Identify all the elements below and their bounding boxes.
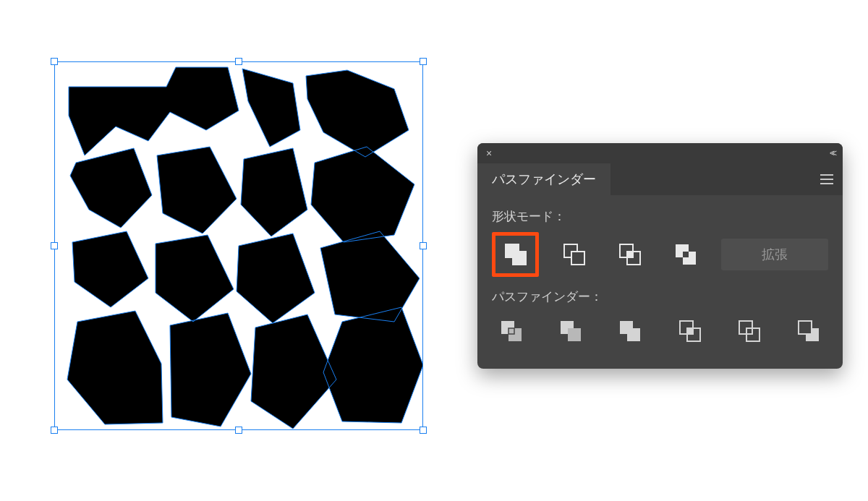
shape-mode-minus-front-button[interactable] <box>553 236 595 273</box>
minus-back-icon <box>798 320 820 342</box>
crop-icon <box>679 320 701 342</box>
selection-handle-top-left[interactable] <box>51 58 58 65</box>
selection-handle-middle-right[interactable] <box>420 242 427 249</box>
pathfinder-outline-button[interactable] <box>730 312 769 350</box>
panel-collapse-icon[interactable]: << <box>830 148 834 158</box>
artboard-selection[interactable] <box>54 61 423 430</box>
svg-rect-8 <box>509 328 522 341</box>
tab-pathfinder[interactable]: パスファインダー <box>477 163 610 195</box>
selection-handle-middle-left[interactable] <box>51 242 58 249</box>
svg-rect-6 <box>683 252 689 257</box>
svg-rect-3 <box>627 252 633 257</box>
pathfinder-label: パスファインダー： <box>492 288 828 305</box>
selection-handle-top-middle[interactable] <box>235 58 242 65</box>
outline-icon <box>739 320 760 342</box>
hamburger-icon <box>820 179 833 180</box>
panel-tabbar: パスファインダー <box>477 163 843 195</box>
shape-modes-label: 形状モード： <box>492 208 828 225</box>
selection-handle-top-right[interactable] <box>420 58 427 65</box>
pathfinder-crop-button[interactable] <box>671 312 710 350</box>
pathfinder-panel: × << パスファインダー 形状モード： <box>477 143 843 369</box>
trim-icon <box>560 320 582 342</box>
exclude-icon <box>675 244 697 265</box>
unite-icon <box>503 242 528 267</box>
svg-rect-16 <box>799 321 812 334</box>
panel-body: 形状モード： <box>477 195 843 369</box>
selection-handle-bottom-right[interactable] <box>420 427 427 434</box>
svg-rect-12 <box>687 328 693 334</box>
shape-modes-row: 拡張 <box>492 232 828 277</box>
svg-rect-0 <box>571 252 584 265</box>
pathfinder-merge-button[interactable] <box>610 312 650 350</box>
pathfinder-minus-back-button[interactable] <box>789 312 828 350</box>
pathfinder-trim-button[interactable] <box>551 312 590 350</box>
minus-front-icon <box>563 244 585 265</box>
expand-button[interactable]: 拡張 <box>721 239 828 270</box>
pathfinder-divide-button[interactable] <box>492 312 531 350</box>
selection-handle-bottom-left[interactable] <box>51 427 58 434</box>
panel-tabbar-spacer <box>610 163 811 195</box>
svg-rect-10 <box>568 328 581 341</box>
merge-icon <box>619 320 641 342</box>
selection-handle-bottom-middle[interactable] <box>235 427 242 434</box>
intersect-icon <box>619 244 641 265</box>
pathfinder-row <box>492 312 828 350</box>
panel-topbar: × << <box>477 143 843 163</box>
panel-menu-button[interactable] <box>811 163 843 195</box>
selection-bounding-box <box>54 61 423 430</box>
shape-mode-intersect-button[interactable] <box>610 236 651 273</box>
divide-icon <box>501 320 522 342</box>
shape-mode-exclude-button[interactable] <box>665 236 707 273</box>
panel-close-icon[interactable]: × <box>486 148 492 158</box>
shape-mode-unite-button[interactable] <box>492 232 539 277</box>
